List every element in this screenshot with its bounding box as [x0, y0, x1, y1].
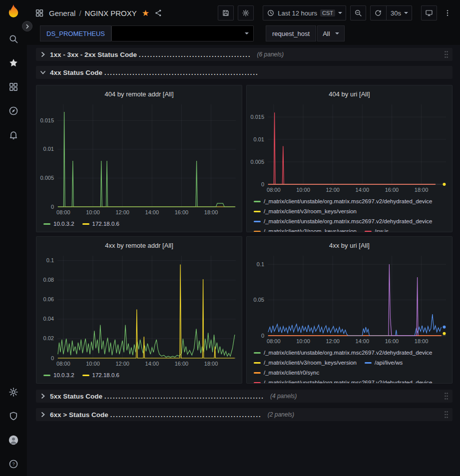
dashboards-icon[interactable]: [3, 77, 23, 97]
row-title-dots: ........................................: [139, 51, 251, 58]
legend-item[interactable]: /_matrix/client/unstable/org.matrix.msc2…: [254, 216, 433, 226]
favorite-star-icon[interactable]: ★: [142, 9, 149, 17]
variables-bar: DS_PROMETHEUS request_host All: [27, 26, 460, 45]
svg-text:0: 0: [261, 333, 264, 339]
legend-item[interactable]: /_matrix/client/r0/sync: [254, 368, 319, 378]
svg-text:0.01: 0.01: [43, 146, 54, 152]
panel-grid: 404 by remote addr [All] 00.0050.010.015…: [36, 85, 453, 384]
dashboard-title[interactable]: NGINX PROXY: [85, 9, 137, 17]
svg-text:08:00: 08:00: [56, 209, 70, 215]
legend-item[interactable]: 10.0.3.2: [43, 370, 74, 380]
alerting-bell-icon[interactable]: [3, 125, 23, 145]
svg-text:?: ?: [12, 462, 14, 467]
panel-4xx-by-uri: 4xx by uri [All] 00.050.108:0010:0012:00…: [246, 236, 453, 384]
row-title-dots: ........................................…: [104, 393, 264, 400]
topbar: General / NGINX PROXY ★ Last 12 hours CS…: [27, 0, 460, 26]
panel-title[interactable]: 4xx by remote addr [All]: [36, 239, 242, 252]
apps-grid-icon[interactable]: [35, 8, 44, 17]
chevron-down-icon: [40, 69, 46, 75]
zoom-out-button[interactable]: [350, 5, 366, 20]
legend-item[interactable]: /_matrix/client/v3/room_keys/version: [254, 358, 357, 368]
legend-item[interactable]: /_matrix/client/v3/room_keys/version: [254, 206, 357, 216]
legend-item[interactable]: 172.18.0.6: [82, 370, 119, 380]
legend-item[interactable]: /api/live/ws: [365, 358, 403, 368]
legend-item[interactable]: /_matrix/client/unstable/org.matrix.msc2…: [254, 196, 433, 206]
svg-text:18:00: 18:00: [204, 209, 218, 215]
svg-text:08:00: 08:00: [267, 338, 281, 344]
row-header-1xx-2xx-3xx[interactable]: 1xx - 3xx - 2xx Status Code ............…: [36, 48, 453, 61]
svg-text:16:00: 16:00: [385, 338, 399, 344]
legend-item[interactable]: 172.18.0.6: [82, 219, 119, 229]
svg-text:0: 0: [261, 181, 264, 187]
chart-legend: /_matrix/client/unstable/org.matrix.msc2…: [247, 347, 452, 383]
refresh-interval-group[interactable]: 30s: [370, 5, 412, 20]
legend-item[interactable]: /_matrix/client/unstable/org.matrix.msc2…: [254, 378, 433, 383]
svg-text:18:00: 18:00: [204, 361, 218, 367]
row-panel-count: (6 panels): [257, 51, 284, 58]
chevron-down-icon: [245, 32, 249, 34]
row-drag-handle[interactable]: [444, 50, 450, 58]
grafana-logo[interactable]: [5, 3, 21, 19]
save-dashboard-button[interactable]: [218, 5, 234, 20]
row-title: 1xx - 3xx - 2xx Status Code: [50, 51, 137, 58]
datasource-variable-label[interactable]: DS_PROMETHEUS: [40, 25, 111, 41]
shield-icon[interactable]: [3, 406, 23, 426]
svg-text:08:00: 08:00: [267, 187, 281, 193]
row-header-5xx[interactable]: 5xx Status Code ........................…: [36, 390, 453, 403]
svg-text:14:00: 14:00: [145, 361, 159, 367]
svg-text:12:00: 12:00: [326, 187, 340, 193]
panel-title[interactable]: 404 by uri [All]: [247, 87, 452, 100]
svg-text:18:00: 18:00: [415, 187, 429, 193]
time-series-chart[interactable]: 00.020.040.060.080.108:0010:0012:0014:00…: [36, 252, 242, 369]
explore-compass-icon[interactable]: [3, 101, 23, 121]
row-header-6xx[interactable]: 6xx > Status Code ......................…: [36, 408, 453, 421]
row-drag-handle[interactable]: [444, 411, 450, 419]
user-avatar[interactable]: [3, 430, 23, 450]
time-range-label: Last 12 hours: [278, 9, 317, 17]
legend-item[interactable]: 10.0.3.2: [43, 219, 74, 229]
svg-text:0: 0: [51, 204, 54, 210]
time-range-picker[interactable]: Last 12 hours CST: [263, 5, 346, 20]
datasource-select[interactable]: [111, 25, 254, 41]
chart-legend: /_matrix/client/unstable/org.matrix.msc2…: [247, 195, 452, 232]
time-series-chart[interactable]: 00.0050.010.01508:0010:0012:0014:0016:00…: [247, 100, 452, 195]
row-title: 4xx Status Code: [50, 69, 102, 76]
row-panel-count: (4 panels): [270, 393, 297, 400]
svg-text:0.1: 0.1: [257, 261, 264, 267]
refresh-icon[interactable]: [374, 9, 382, 17]
time-series-chart[interactable]: 00.050.108:0010:0012:0014:0016:0018:00: [247, 252, 452, 347]
refresh-interval-label[interactable]: 30s: [391, 9, 401, 17]
share-icon[interactable]: [154, 9, 162, 17]
svg-text:16:00: 16:00: [175, 361, 189, 367]
kebab-menu-icon[interactable]: [441, 5, 454, 20]
row-header-4xx[interactable]: 4xx Status Code ........................…: [36, 66, 453, 79]
panel-title[interactable]: 4xx by uri [All]: [247, 239, 452, 252]
settings-gear-icon[interactable]: [3, 382, 23, 402]
breadcrumb-section[interactable]: General: [49, 9, 75, 17]
svg-text:10:00: 10:00: [296, 187, 310, 193]
row-drag-handle[interactable]: [444, 392, 450, 400]
svg-text:16:00: 16:00: [175, 209, 189, 215]
svg-text:0: 0: [51, 355, 54, 361]
legend-item[interactable]: /_matrix/client/v3/room_keys/version: [254, 226, 357, 232]
request-host-select[interactable]: All: [317, 25, 344, 41]
dashboard-settings-button[interactable]: [238, 5, 254, 20]
help-icon[interactable]: ?: [3, 454, 23, 474]
svg-text:0.1: 0.1: [46, 257, 54, 263]
button-divider: [386, 6, 387, 20]
panel-title[interactable]: 404 by remote addr [All]: [36, 87, 242, 100]
legend-item[interactable]: /sw.js: [365, 226, 389, 232]
request-host-variable-label[interactable]: request_host: [266, 25, 316, 41]
panel-404-by-remote-addr: 404 by remote addr [All] 00.0050.010.015…: [36, 85, 242, 232]
row-panel-count: (2 panels): [268, 411, 294, 418]
legend-item[interactable]: /_matrix/client/unstable/org.matrix.msc2…: [254, 348, 433, 358]
svg-text:10:00: 10:00: [296, 338, 310, 344]
sidebar-expand-button[interactable]: [22, 21, 32, 31]
time-series-chart[interactable]: 00.0050.010.01508:0010:0012:0014:0016:00…: [36, 100, 242, 218]
starred-icon[interactable]: [3, 53, 23, 73]
search-icon[interactable]: [3, 29, 23, 49]
tv-mode-button[interactable]: [421, 5, 437, 20]
svg-text:0.06: 0.06: [43, 296, 54, 302]
svg-text:0.01: 0.01: [254, 136, 264, 142]
row-title-dots: ........................................…: [110, 411, 262, 419]
